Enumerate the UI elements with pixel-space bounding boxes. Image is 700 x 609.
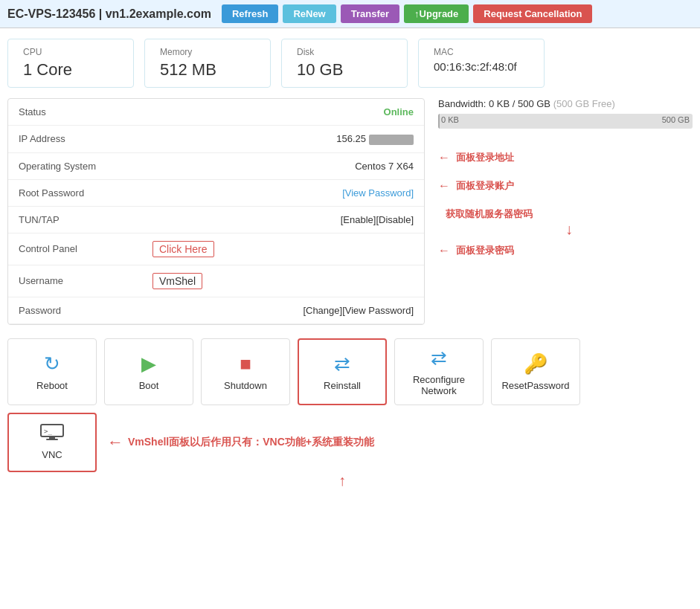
ip-label: IP Address: [19, 133, 152, 144]
vnc-row: >_ VNC ← VmShell面板以后作用只有：VNC功能+系统重装功能: [7, 413, 693, 472]
upgrade-button[interactable]: ↑Upgrade: [404, 4, 469, 23]
username-value: VmShel: [152, 273, 202, 289]
disk-stat: Disk 10 GB: [281, 39, 408, 88]
password-change[interactable]: [Change]: [303, 305, 342, 316]
mac-label: MAC: [434, 47, 529, 57]
left-panel: Status Online IP Address 156.25 Operatin…: [7, 98, 425, 325]
memory-label: Memory: [160, 47, 255, 57]
main-content: Status Online IP Address 156.25 Operatin…: [0, 98, 700, 325]
pw-annotation-text: 面板登录密码: [456, 244, 514, 257]
root-pw-label: Root Password: [19, 187, 152, 199]
resetpw-button[interactable]: 🔑 ResetPassword: [491, 338, 580, 405]
reconfig-icon: ⇄: [431, 347, 447, 370]
bandwidth-used: [438, 114, 440, 129]
status-value: Online: [152, 106, 414, 117]
cp-annotation-text: 面板登录地址: [456, 151, 514, 164]
reboot-label: Reboot: [36, 380, 68, 391]
password-value: [Change][View Password]: [152, 305, 414, 316]
os-value: Centos 7 X64: [152, 161, 414, 172]
svg-rect-2: [46, 439, 58, 440]
cpu-label: CPU: [23, 47, 118, 57]
pw-annotation-row: ← 面板登录密码: [438, 244, 693, 257]
top-bar: EC-VPS-123456 | vn1.2example.com Refresh…: [0, 0, 700, 28]
vnc-button[interactable]: >_ VNC: [7, 413, 97, 472]
shutdown-button[interactable]: ■ Shutdown: [201, 338, 290, 405]
memory-stat: Memory 512 MB: [144, 39, 271, 88]
tuntap-enable[interactable]: [Enable]: [341, 214, 376, 225]
username-row: Username VmShel: [8, 265, 424, 297]
right-annotations: ← 面板登录地址 ← 面板登录账户 获取随机服务器密码 ↓ ← 面板登录密码: [438, 151, 693, 259]
reinstall-icon: ⇄: [334, 352, 350, 376]
reinstall-button[interactable]: ⇄ Reinstall: [298, 338, 387, 405]
ip-blurred: [369, 135, 414, 145]
password-view[interactable]: [View Password]: [342, 305, 414, 316]
transfer-button[interactable]: Transfer: [341, 4, 399, 23]
username-arrow-icon: ←: [438, 179, 450, 193]
bandwidth-used-label: 0 KB: [441, 115, 459, 124]
boot-icon: ▶: [141, 352, 156, 376]
ip-value: 156.25: [152, 133, 414, 145]
reconfig-button[interactable]: ⇄ ReconfigureNetwork: [394, 338, 484, 405]
shutdown-label: Shutdown: [224, 380, 267, 391]
reinstall-annotation-row: ↑: [7, 472, 693, 489]
tuntap-disable[interactable]: [Disable]: [376, 214, 414, 225]
vnc-annotation-text: VmShell面板以后作用只有：VNC功能+系统重装功能: [128, 436, 374, 449]
renew-button[interactable]: ReNew: [283, 4, 335, 23]
root-pw-value[interactable]: [View Password]: [152, 187, 414, 199]
tuntap-row: TUN/TAP [Enable][Disable]: [8, 207, 424, 233]
os-row: Operating System Centos 7 X64: [8, 153, 424, 180]
svg-text:>_: >_: [44, 428, 52, 435]
status-row: Status Online: [8, 99, 424, 126]
bandwidth-text: Bandwidth: 0 KB / 500 GB (500 GB Free): [438, 98, 693, 109]
root-pw-row: Root Password [View Password]: [8, 180, 424, 207]
password-label: Password: [19, 305, 152, 316]
ip-row: IP Address 156.25: [8, 126, 424, 153]
vnc-annotation: ← VmShell面板以后作用只有：VNC功能+系统重装功能: [107, 433, 374, 452]
reboot-icon: ↻: [44, 352, 60, 376]
right-panel: Bandwidth: 0 KB / 500 GB (500 GB Free) 0…: [425, 98, 693, 325]
disk-label: Disk: [297, 47, 392, 57]
cpu-stat: CPU 1 Core: [7, 39, 134, 88]
cp-arrow-icon: ←: [438, 151, 450, 164]
vnc-icon: >_: [40, 424, 64, 445]
random-pw-text: 获取随机服务器密码: [446, 208, 533, 219]
boot-label: Boot: [139, 380, 159, 391]
username-annotation-row: ← 面板登录账户: [438, 179, 693, 193]
cpu-value: 1 Core: [23, 60, 118, 80]
reinstall-up-arrow-icon: ↑: [338, 472, 346, 489]
disk-value: 10 GB: [297, 60, 392, 80]
os-label: Operating System: [19, 161, 152, 172]
reconfig-label: ReconfigureNetwork: [413, 374, 465, 396]
bandwidth-total-label: 500 GB: [662, 115, 690, 124]
random-pw-down-arrow-icon: ↓: [446, 221, 693, 238]
cp-row: Control Panel Click Here: [8, 233, 424, 265]
cp-link[interactable]: Click Here: [152, 241, 214, 257]
action-row: ↻ Reboot ▶ Boot ■ Shutdown ⇄ Reinstall ⇄…: [7, 338, 693, 405]
username-annotation-text: 面板登录账户: [456, 179, 514, 193]
tuntap-value: [Enable][Disable]: [152, 214, 414, 225]
cp-label: Control Panel: [19, 243, 152, 254]
reboot-button[interactable]: ↻ Reboot: [7, 338, 97, 405]
username-label: Username: [19, 275, 152, 286]
vnc-label: VNC: [42, 449, 62, 460]
random-pw-annotation: 获取随机服务器密码 ↓: [446, 207, 693, 238]
boot-button[interactable]: ▶ Boot: [104, 338, 193, 405]
svg-rect-1: [49, 436, 55, 439]
status-label: Status: [19, 106, 152, 117]
mac-stat: MAC 00:16:3c:2f:48:0f: [418, 39, 545, 88]
tuntap-label: TUN/TAP: [19, 214, 152, 225]
bandwidth-bar: 0 KB 500 GB: [438, 114, 693, 129]
cp-annotation-row: ← 面板登录地址: [438, 151, 693, 164]
reinstall-label: Reinstall: [324, 380, 361, 391]
resetpw-icon: 🔑: [524, 352, 548, 376]
mac-value: 00:16:3c:2f:48:0f: [434, 60, 529, 73]
password-row: Password [Change][View Password]: [8, 297, 424, 324]
refresh-button[interactable]: Refresh: [222, 4, 278, 23]
pw-arrow-icon: ←: [438, 244, 450, 257]
memory-value: 512 MB: [160, 60, 255, 80]
stats-row: CPU 1 Core Memory 512 MB Disk 10 GB MAC …: [7, 39, 693, 88]
page-title: EC-VPS-123456 | vn1.2example.com: [7, 7, 211, 21]
shutdown-icon: ■: [240, 352, 251, 376]
vnc-arrow-icon: ←: [107, 433, 123, 452]
cancel-button[interactable]: Request Cancellation: [473, 4, 592, 23]
